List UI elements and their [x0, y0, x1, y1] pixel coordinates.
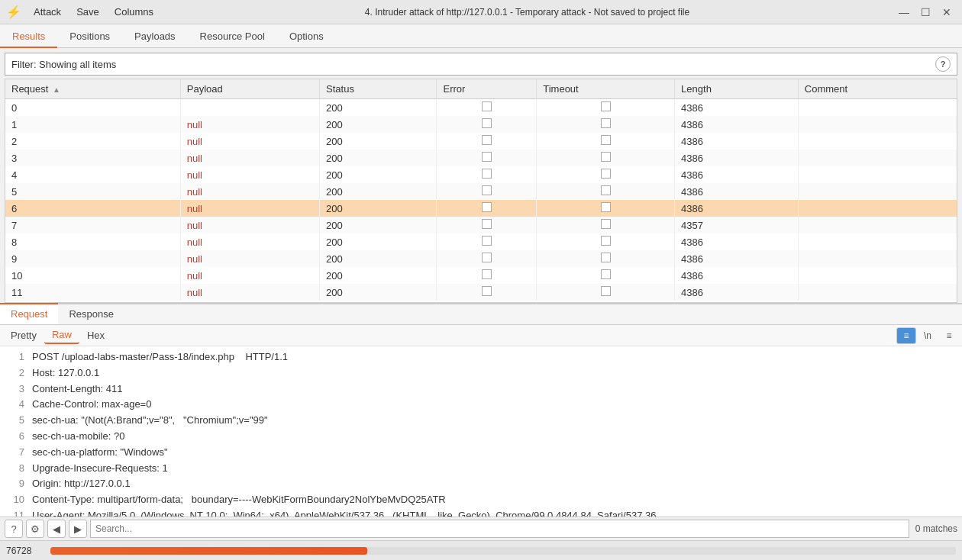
cell-comment	[798, 150, 957, 166]
table-row[interactable]: 1 null 200 4386	[5, 116, 957, 133]
code-area[interactable]: 1POST /upload-labs-master/Pass-18/index.…	[0, 346, 962, 517]
line-number: 10	[6, 492, 24, 508]
col-length[interactable]: Length	[675, 79, 799, 99]
settings-button[interactable]: ⚙	[26, 520, 44, 538]
line-text: Content-Type: multipart/form-data; bound…	[32, 492, 446, 508]
cell-request: 8	[5, 233, 180, 250]
line-number: 7	[6, 445, 24, 461]
close-button[interactable]: ✕	[938, 4, 956, 21]
code-line: 9Origin: http://127.0.0.1	[6, 476, 956, 492]
cell-length: 4386	[675, 166, 799, 183]
search-input[interactable]	[90, 520, 909, 538]
table-row[interactable]: 6 null 200 4386	[5, 200, 957, 217]
cell-payload: null	[180, 116, 319, 133]
line-number: 2	[6, 365, 24, 381]
cell-timeout	[537, 284, 675, 301]
view-tab-pretty[interactable]: Pretty	[3, 327, 44, 343]
line-text: Host: 127.0.0.1	[32, 365, 99, 381]
forward-button[interactable]: ▶	[69, 520, 87, 538]
cell-request: 7	[5, 217, 180, 233]
more-icon[interactable]: ≡	[939, 327, 959, 344]
cell-payload: null	[180, 150, 319, 166]
table-row[interactable]: 4 null 200 4386	[5, 166, 957, 183]
cell-error	[437, 183, 537, 200]
table-row[interactable]: 11 null 200 4386	[5, 284, 957, 301]
col-status[interactable]: Status	[320, 79, 437, 99]
cell-error	[437, 250, 537, 267]
titlebar: ⚡ Attack Save Columns 4. Intruder attack…	[0, 0, 962, 24]
col-comment[interactable]: Comment	[798, 79, 957, 99]
cell-comment	[798, 267, 957, 284]
table-row[interactable]: 7 null 200 4357	[5, 217, 957, 233]
filter-text: Filter: Showing all items	[11, 59, 935, 70]
cell-timeout	[537, 183, 675, 200]
table-row[interactable]: 5 null 200 4386	[5, 183, 957, 200]
back-button[interactable]: ◀	[47, 520, 66, 538]
sub-tab-request[interactable]: Request	[0, 303, 58, 324]
cell-error	[437, 116, 537, 133]
filter-bar: Filter: Showing all items ?	[5, 53, 957, 76]
cell-comment	[798, 99, 957, 117]
cell-error	[437, 217, 537, 233]
cell-payload: null	[180, 250, 319, 267]
newline-icon[interactable]: \n	[918, 327, 938, 344]
sub-tabs: Request Response	[0, 304, 962, 325]
table-row[interactable]: 9 null 200 4386	[5, 250, 957, 267]
filter-help-button[interactable]: ?	[935, 56, 951, 72]
cell-length: 4386	[675, 116, 799, 133]
col-payload[interactable]: Payload	[180, 79, 319, 99]
view-tab-raw[interactable]: Raw	[44, 327, 79, 344]
cell-timeout	[537, 217, 675, 233]
col-error[interactable]: Error	[437, 79, 537, 99]
cell-payload: null	[180, 233, 319, 250]
table-row[interactable]: 10 null 200 4386	[5, 267, 957, 284]
cell-request: 2	[5, 133, 180, 150]
code-line: 10Content-Type: multipart/form-data; bou…	[6, 492, 956, 508]
col-timeout[interactable]: Timeout	[537, 79, 675, 99]
app-icon: ⚡	[6, 5, 21, 19]
results-table: Request ▲ Payload Status Error Timeout L…	[5, 79, 957, 301]
cell-payload: null	[180, 284, 319, 301]
cell-timeout	[537, 267, 675, 284]
minimize-button[interactable]: —	[895, 4, 913, 21]
tab-resource-pool[interactable]: Resource Pool	[188, 26, 277, 48]
cell-length: 4386	[675, 150, 799, 166]
menu-attack[interactable]: Attack	[27, 5, 67, 19]
cell-status: 200	[320, 200, 437, 217]
tab-results[interactable]: Results	[0, 26, 57, 48]
table-row[interactable]: 8 null 200 4386	[5, 233, 957, 250]
sub-tab-response[interactable]: Response	[58, 304, 124, 324]
maximize-button[interactable]: ☐	[916, 4, 935, 21]
table-row[interactable]: 0 200 4386	[5, 99, 957, 117]
col-request[interactable]: Request ▲	[5, 79, 180, 99]
cell-length: 4386	[675, 99, 799, 117]
progress-bar	[50, 547, 367, 555]
word-wrap-icon[interactable]: ≡	[896, 327, 916, 344]
statusbar: 76728	[0, 540, 962, 560]
cell-error	[437, 166, 537, 183]
main-tabs: Results Positions Payloads Resource Pool…	[0, 24, 962, 48]
help-button[interactable]: ?	[5, 520, 23, 538]
line-text: Upgrade-Insecure-Requests: 1	[32, 461, 168, 477]
view-tab-hex[interactable]: Hex	[79, 327, 112, 343]
tab-options[interactable]: Options	[277, 26, 336, 48]
cell-comment	[798, 250, 957, 267]
cell-error	[437, 233, 537, 250]
results-table-container[interactable]: Request ▲ Payload Status Error Timeout L…	[5, 79, 957, 303]
cell-length: 4386	[675, 250, 799, 267]
table-row[interactable]: 2 null 200 4386	[5, 133, 957, 150]
tab-payloads[interactable]: Payloads	[122, 26, 187, 48]
titlebar-menu: Attack Save Columns	[27, 5, 160, 19]
cell-length: 4386	[675, 133, 799, 150]
cell-error	[437, 200, 537, 217]
menu-columns[interactable]: Columns	[108, 5, 160, 19]
tab-positions[interactable]: Positions	[57, 26, 122, 48]
cell-length: 4386	[675, 267, 799, 284]
cell-status: 200	[320, 133, 437, 150]
code-line: 1POST /upload-labs-master/Pass-18/index.…	[6, 349, 956, 365]
cell-comment	[798, 116, 957, 133]
table-row[interactable]: 3 null 200 4386	[5, 150, 957, 166]
cell-length: 4386	[675, 183, 799, 200]
menu-save[interactable]: Save	[70, 5, 105, 19]
cell-timeout	[537, 166, 675, 183]
